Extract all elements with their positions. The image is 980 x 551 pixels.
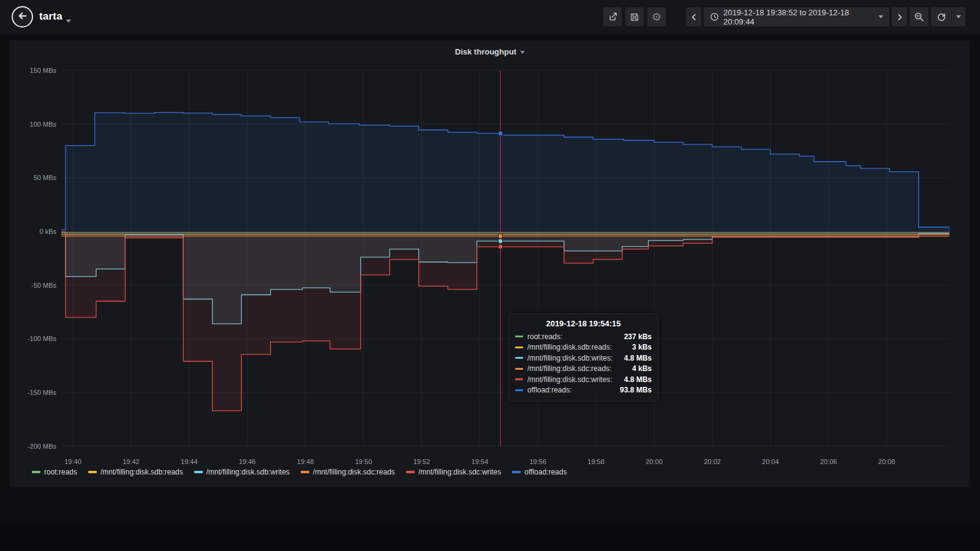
x-axis-tick-label: 19:54: [472, 458, 489, 465]
legend-label: root:reads: [44, 468, 77, 476]
gear-icon: ⚙: [652, 10, 662, 24]
dashboard-settings-button[interactable]: ⚙: [647, 7, 666, 26]
x-axis-tick-label: 20:04: [762, 458, 779, 465]
zoom-out-icon: [914, 12, 924, 22]
legend-color-dash: [406, 471, 415, 473]
chart-legend: root:reads/mnt/filling:disk.sdb:reads/mn…: [32, 468, 567, 476]
tooltip-series-dash: [515, 368, 523, 370]
x-axis-tick-label: 20:06: [820, 458, 837, 465]
x-axis-tick-label: 20:08: [878, 458, 895, 465]
tooltip-rows: root:reads:237 kBs/mnt/filling:disk.sdb:…: [515, 331, 652, 395]
tooltip-row: /mnt/filling:disk.sdc:reads:4 kBs: [515, 364, 652, 375]
legend-item[interactable]: /mnt/filling:disk.sdc:reads: [301, 468, 395, 476]
tooltip-series-value: 3 kBs: [632, 343, 652, 351]
time-range-forward-button[interactable]: [892, 7, 907, 26]
save-dashboard-button[interactable]: [625, 7, 644, 26]
time-range-picker-button[interactable]: 2019-12-18 19:38:52 to 2019-12-18 20:09:…: [704, 7, 889, 26]
tooltip-series-label: offload:reads:: [527, 386, 572, 394]
legend-item[interactable]: root:reads: [32, 468, 77, 476]
back-button[interactable]: [12, 6, 33, 28]
tooltip-series-label: root:reads:: [527, 332, 562, 341]
chevron-right-icon: [895, 13, 904, 21]
tooltip-row: /mnt/filling:disk.sdc:writes:4.8 MBs: [515, 374, 652, 385]
legend-item[interactable]: offload:reads: [512, 468, 567, 476]
tooltip-series-label: /mnt/filling:disk.sdb:reads:: [527, 343, 612, 351]
legend-item[interactable]: /mnt/filling:disk.sdb:writes: [194, 468, 290, 476]
tooltip-row: offload:reads:93.8 MBs: [515, 385, 652, 396]
hover-dot-/mnt/filling:disk.sdb:writes: [498, 239, 503, 244]
legend-label: /mnt/filling:disk.sdc:reads: [313, 468, 395, 476]
x-axis-tick-label: 19:48: [297, 458, 314, 465]
y-axis-tick-label: -100 MBs: [28, 335, 57, 342]
x-axis-tick-label: 19:42: [123, 458, 140, 465]
x-axis-tick-label: 19:46: [239, 458, 256, 465]
hover-dot-/mnt/filling:disk.sdc:writes: [498, 244, 503, 249]
series-fill-offload:reads: [61, 113, 949, 232]
share-dashboard-button[interactable]: [603, 7, 622, 26]
tooltip-timestamp: 2019-12-18 19:54:15: [515, 319, 652, 328]
time-range-back-button[interactable]: [686, 7, 701, 26]
series-fill-/mnt/filling:disk.sdc:writes: [61, 231, 949, 411]
legend-color-dash: [88, 471, 97, 473]
legend-label: /mnt/filling:disk.sdb:writes: [206, 468, 290, 476]
disk-throughput-chart[interactable]: 150 MBs100 MBs50 MBs0 kBs-50 MBs-100 MBs…: [10, 40, 970, 469]
arrow-left-icon: [17, 10, 28, 24]
refresh-interval-button[interactable]: [952, 7, 965, 26]
time-range-caret-icon: [878, 15, 883, 18]
legend-color-dash: [301, 471, 309, 473]
tooltip-series-value: 4.8 MBs: [624, 375, 652, 384]
tooltip-row: root:reads:237 kBs: [515, 331, 652, 342]
dashboard-title-caret-icon[interactable]: [66, 20, 71, 23]
tooltip-series-label: /mnt/filling:disk.sdc:writes:: [527, 375, 612, 384]
tooltip-series-dash: [515, 389, 523, 391]
hover-dot-offload:reads: [498, 131, 503, 136]
tooltip-series-label: /mnt/filling:disk.sdc:reads:: [527, 364, 611, 373]
chart-tooltip: 2019-12-18 19:54:15 root:reads:237 kBs/m…: [508, 313, 658, 402]
dashboard-bottom-area: [0, 525, 980, 551]
y-axis-tick-label: -150 MBs: [28, 389, 57, 396]
legend-color-dash: [512, 471, 521, 473]
tooltip-series-value: 93.8 MBs: [620, 386, 652, 394]
tooltip-series-dash: [515, 335, 523, 337]
y-axis-tick-label: 0 kBs: [40, 228, 57, 235]
legend-label: /mnt/filling:disk.sdb:reads: [100, 468, 183, 476]
y-axis-tick-label: -200 MBs: [28, 443, 57, 450]
legend-item[interactable]: /mnt/filling:disk.sdc:writes: [406, 468, 501, 476]
y-axis-tick-label: 150 MBs: [30, 67, 57, 74]
x-axis-tick-label: 19:40: [64, 458, 81, 465]
x-axis-tick-label: 20:02: [704, 458, 721, 465]
legend-label: offload:reads: [524, 468, 567, 476]
y-axis-tick-label: 100 MBs: [30, 121, 57, 128]
share-icon: [608, 12, 618, 22]
refresh-button[interactable]: [931, 7, 952, 26]
refresh-icon: [937, 12, 946, 22]
legend-color-dash: [32, 471, 40, 473]
refresh-caret-icon: [956, 15, 961, 18]
legend-color-dash: [194, 471, 203, 473]
x-axis-tick-label: 19:50: [355, 458, 372, 465]
y-axis-tick-label: 50 MBs: [34, 174, 57, 181]
disk-throughput-panel: Disk throughput 150 MBs100 MBs50 MBs0 kB…: [10, 40, 970, 487]
dashboard-title[interactable]: tarta: [39, 10, 62, 23]
x-axis-tick-label: 19:58: [587, 458, 605, 465]
tooltip-series-value: 4.8 MBs: [624, 354, 652, 362]
tooltip-series-dash: [515, 378, 523, 380]
tooltip-row: /mnt/filling:disk.sdb:writes:4.8 MBs: [515, 353, 652, 364]
tooltip-series-label: /mnt/filling:disk.sdb:writes:: [527, 354, 612, 362]
tooltip-series-value: 237 kBs: [624, 332, 652, 341]
save-icon: [630, 12, 639, 22]
tooltip-series-dash: [515, 357, 523, 359]
chevron-left-icon: [690, 13, 698, 21]
navbar: tarta ⚙ 2019-12-18 19:38:52 to 2019-12-1…: [0, 0, 980, 34]
tooltip-row: /mnt/filling:disk.sdb:reads:3 kBs: [515, 342, 652, 353]
zoom-out-button[interactable]: [910, 7, 929, 26]
legend-label: /mnt/filling:disk.sdc:writes: [418, 468, 501, 476]
y-axis-tick-label: -50 MBs: [31, 282, 56, 289]
time-range-label: 2019-12-18 19:38:52 to 2019-12-18 20:09:…: [723, 8, 874, 26]
tooltip-series-value: 4 kBs: [632, 364, 652, 373]
x-axis-tick-label: 19:52: [413, 458, 431, 465]
legend-item[interactable]: /mnt/filling:disk.sdb:reads: [88, 468, 183, 476]
x-axis-tick-label: 19:44: [181, 458, 198, 465]
hover-dot-/mnt/filling:disk.sdc:reads: [498, 234, 503, 239]
x-axis-tick-label: 20:00: [646, 458, 663, 465]
